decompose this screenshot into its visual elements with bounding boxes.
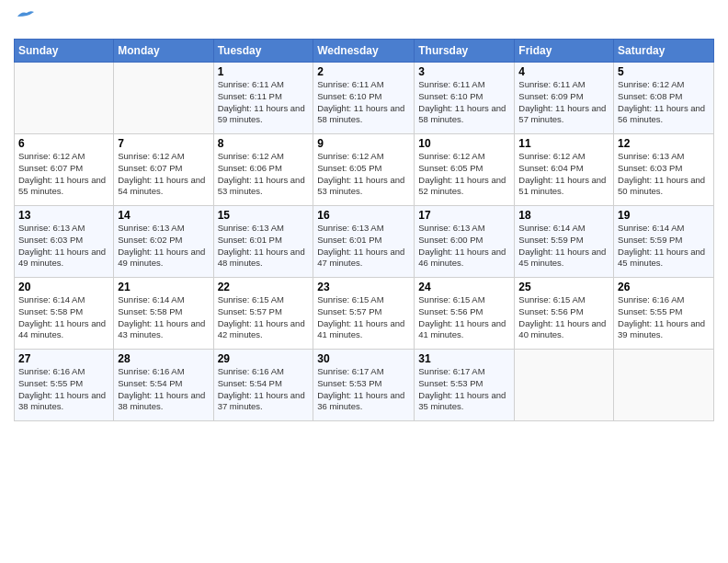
page-container: SundayMondayTuesdayWednesdayThursdayFrid…: [0, 0, 728, 431]
calendar-week-row: 27Sunrise: 6:16 AM Sunset: 5:55 PM Dayli…: [15, 350, 714, 421]
day-number: 11: [518, 137, 609, 150]
calendar-header-monday: Monday: [114, 40, 213, 63]
calendar-cell: 8Sunrise: 6:12 AM Sunset: 6:06 PM Daylig…: [213, 134, 313, 206]
day-number: 15: [218, 209, 310, 222]
calendar-header-sunday: Sunday: [15, 40, 114, 63]
calendar-cell: 29Sunrise: 6:16 AM Sunset: 5:54 PM Dayli…: [213, 350, 313, 421]
calendar-header-row: SundayMondayTuesdayWednesdayThursdayFrid…: [15, 40, 714, 63]
calendar-cell: 24Sunrise: 6:15 AM Sunset: 5:56 PM Dayli…: [415, 278, 515, 350]
calendar-cell: 6Sunrise: 6:12 AM Sunset: 6:07 PM Daylig…: [15, 134, 114, 206]
day-number: 6: [18, 137, 109, 150]
calendar-cell: [515, 350, 614, 421]
calendar-header-saturday: Saturday: [614, 40, 714, 63]
day-number: 3: [418, 65, 510, 78]
day-info: Sunrise: 6:15 AM Sunset: 5:56 PM Dayligh…: [418, 294, 510, 341]
day-info: Sunrise: 6:12 AM Sunset: 6:08 PM Dayligh…: [618, 79, 710, 126]
calendar-week-row: 20Sunrise: 6:14 AM Sunset: 5:58 PM Dayli…: [15, 278, 714, 350]
logo: [14, 9, 36, 31]
day-info: Sunrise: 6:12 AM Sunset: 6:07 PM Dayligh…: [118, 151, 209, 198]
calendar-cell: 18Sunrise: 6:14 AM Sunset: 5:59 PM Dayli…: [515, 206, 614, 278]
header: [14, 9, 714, 31]
day-info: Sunrise: 6:15 AM Sunset: 5:57 PM Dayligh…: [218, 294, 310, 341]
day-number: 24: [418, 281, 510, 293]
calendar-cell: 7Sunrise: 6:12 AM Sunset: 6:07 PM Daylig…: [114, 134, 213, 206]
calendar-cell: 3Sunrise: 6:11 AM Sunset: 6:10 PM Daylig…: [415, 63, 515, 134]
day-number: 30: [317, 352, 410, 365]
day-info: Sunrise: 6:16 AM Sunset: 5:55 PM Dayligh…: [18, 366, 109, 413]
day-info: Sunrise: 6:13 AM Sunset: 6:02 PM Dayligh…: [118, 223, 209, 270]
calendar-week-row: 6Sunrise: 6:12 AM Sunset: 6:07 PM Daylig…: [15, 134, 714, 206]
day-number: 21: [118, 281, 209, 293]
day-number: 9: [317, 137, 410, 150]
day-info: Sunrise: 6:13 AM Sunset: 6:03 PM Dayligh…: [618, 151, 710, 198]
day-number: 12: [618, 137, 710, 150]
calendar-cell: 2Sunrise: 6:11 AM Sunset: 6:10 PM Daylig…: [313, 63, 415, 134]
calendar-cell: 15Sunrise: 6:13 AM Sunset: 6:01 PM Dayli…: [213, 206, 313, 278]
day-info: Sunrise: 6:15 AM Sunset: 5:56 PM Dayligh…: [518, 294, 609, 341]
calendar-header-thursday: Thursday: [415, 40, 515, 63]
calendar-cell: 26Sunrise: 6:16 AM Sunset: 5:55 PM Dayli…: [614, 278, 714, 350]
calendar-week-row: 1Sunrise: 6:11 AM Sunset: 6:11 PM Daylig…: [15, 63, 714, 134]
day-info: Sunrise: 6:11 AM Sunset: 6:09 PM Dayligh…: [518, 79, 609, 126]
calendar-cell: [614, 350, 714, 421]
day-number: 29: [218, 352, 310, 365]
calendar-cell: 13Sunrise: 6:13 AM Sunset: 6:03 PM Dayli…: [15, 206, 114, 278]
day-info: Sunrise: 6:14 AM Sunset: 5:58 PM Dayligh…: [118, 294, 209, 341]
calendar-cell: 23Sunrise: 6:15 AM Sunset: 5:57 PM Dayli…: [313, 278, 415, 350]
calendar-header-friday: Friday: [515, 40, 614, 63]
calendar-table: SundayMondayTuesdayWednesdayThursdayFrid…: [14, 39, 714, 421]
calendar-cell: 10Sunrise: 6:12 AM Sunset: 6:05 PM Dayli…: [415, 134, 515, 206]
day-number: 4: [518, 65, 609, 78]
day-info: Sunrise: 6:12 AM Sunset: 6:06 PM Dayligh…: [218, 151, 310, 198]
calendar-cell: 30Sunrise: 6:17 AM Sunset: 5:53 PM Dayli…: [313, 350, 415, 421]
day-info: Sunrise: 6:16 AM Sunset: 5:54 PM Dayligh…: [118, 366, 209, 413]
calendar-cell: 19Sunrise: 6:14 AM Sunset: 5:59 PM Dayli…: [614, 206, 714, 278]
calendar-cell: [114, 63, 213, 134]
calendar-cell: 27Sunrise: 6:16 AM Sunset: 5:55 PM Dayli…: [15, 350, 114, 421]
calendar-header-tuesday: Tuesday: [213, 40, 313, 63]
day-info: Sunrise: 6:16 AM Sunset: 5:54 PM Dayligh…: [218, 366, 310, 413]
day-number: 17: [418, 209, 510, 222]
day-info: Sunrise: 6:13 AM Sunset: 6:03 PM Dayligh…: [18, 223, 109, 270]
calendar-cell: 9Sunrise: 6:12 AM Sunset: 6:05 PM Daylig…: [313, 134, 415, 206]
day-info: Sunrise: 6:11 AM Sunset: 6:10 PM Dayligh…: [317, 79, 410, 126]
day-number: 8: [218, 137, 310, 150]
day-info: Sunrise: 6:13 AM Sunset: 6:01 PM Dayligh…: [317, 223, 410, 270]
day-number: 16: [317, 209, 410, 222]
calendar-cell: 17Sunrise: 6:13 AM Sunset: 6:00 PM Dayli…: [415, 206, 515, 278]
day-info: Sunrise: 6:14 AM Sunset: 5:58 PM Dayligh…: [18, 294, 109, 341]
day-number: 19: [618, 209, 710, 222]
calendar-cell: 25Sunrise: 6:15 AM Sunset: 5:56 PM Dayli…: [515, 278, 614, 350]
day-number: 22: [218, 281, 310, 293]
day-info: Sunrise: 6:12 AM Sunset: 6:05 PM Dayligh…: [418, 151, 510, 198]
day-number: 28: [118, 352, 209, 365]
day-info: Sunrise: 6:11 AM Sunset: 6:11 PM Dayligh…: [218, 79, 310, 126]
calendar-cell: 16Sunrise: 6:13 AM Sunset: 6:01 PM Dayli…: [313, 206, 415, 278]
day-number: 1: [218, 65, 310, 78]
day-number: 23: [317, 281, 410, 293]
day-info: Sunrise: 6:12 AM Sunset: 6:04 PM Dayligh…: [518, 151, 609, 198]
day-info: Sunrise: 6:12 AM Sunset: 6:05 PM Dayligh…: [317, 151, 410, 198]
day-info: Sunrise: 6:11 AM Sunset: 6:10 PM Dayligh…: [418, 79, 510, 126]
calendar-cell: 14Sunrise: 6:13 AM Sunset: 6:02 PM Dayli…: [114, 206, 213, 278]
calendar-cell: [15, 63, 114, 134]
day-info: Sunrise: 6:16 AM Sunset: 5:55 PM Dayligh…: [618, 294, 710, 341]
day-number: 27: [18, 352, 109, 365]
day-number: 5: [618, 65, 710, 78]
calendar-cell: 22Sunrise: 6:15 AM Sunset: 5:57 PM Dayli…: [213, 278, 313, 350]
day-number: 25: [518, 281, 609, 293]
calendar-cell: 1Sunrise: 6:11 AM Sunset: 6:11 PM Daylig…: [213, 63, 313, 134]
day-info: Sunrise: 6:17 AM Sunset: 5:53 PM Dayligh…: [418, 366, 510, 413]
day-number: 14: [118, 209, 209, 222]
day-number: 31: [418, 352, 510, 365]
day-info: Sunrise: 6:17 AM Sunset: 5:53 PM Dayligh…: [317, 366, 410, 413]
day-info: Sunrise: 6:13 AM Sunset: 6:00 PM Dayligh…: [418, 223, 510, 270]
calendar-cell: 28Sunrise: 6:16 AM Sunset: 5:54 PM Dayli…: [114, 350, 213, 421]
day-number: 7: [118, 137, 209, 150]
day-info: Sunrise: 6:14 AM Sunset: 5:59 PM Dayligh…: [518, 223, 609, 270]
calendar-cell: 12Sunrise: 6:13 AM Sunset: 6:03 PM Dayli…: [614, 134, 714, 206]
day-number: 10: [418, 137, 510, 150]
day-number: 13: [18, 209, 109, 222]
calendar-header-wednesday: Wednesday: [313, 40, 415, 63]
day-number: 20: [18, 281, 109, 293]
